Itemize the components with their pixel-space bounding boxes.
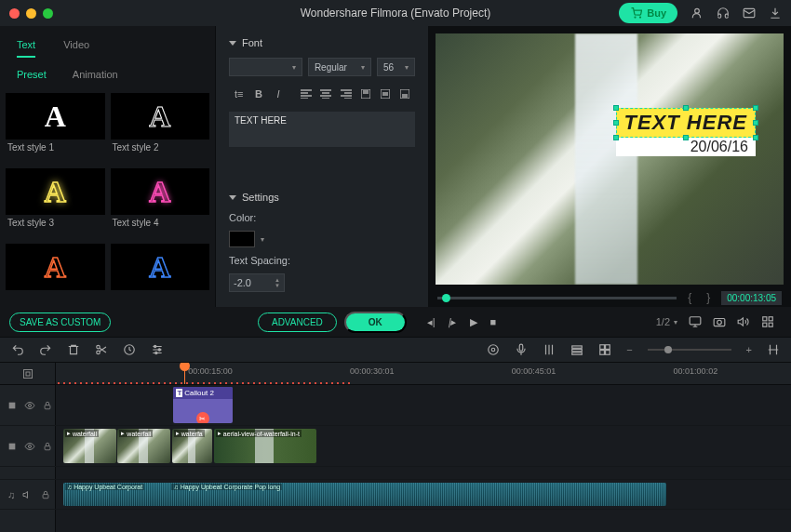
caret-down-icon xyxy=(229,195,236,200)
subtab-animation[interactable]: Animation xyxy=(73,65,118,84)
user-icon[interactable] xyxy=(690,7,704,20)
text-content-input[interactable]: TEXT HERE xyxy=(229,112,415,147)
tab-video[interactable]: Video xyxy=(63,33,89,58)
valign-bottom-button[interactable] xyxy=(396,84,415,104)
grid-icon[interactable] xyxy=(598,343,611,356)
preview-panel: TEXT HERE 20/06/16 { } 00:00:13:05 xyxy=(428,26,791,307)
zoom-in-icon[interactable]: + xyxy=(746,344,752,355)
mixer-icon[interactable] xyxy=(543,343,556,356)
redo-icon[interactable] xyxy=(39,343,52,356)
valign-top-button[interactable] xyxy=(355,84,375,104)
text-style-1[interactable]: AText style 1 xyxy=(6,93,105,163)
time-ruler[interactable]: 00:00:15:00 00:00:30:01 00:00:45:01 00:0… xyxy=(56,363,791,384)
audio-clip[interactable]: ♫Happy Upbeat Corporat ♫Happy Upbeat Cor… xyxy=(63,483,666,506)
maximize-window-icon[interactable] xyxy=(43,8,53,19)
mute-icon[interactable] xyxy=(22,488,34,501)
zoom-slider[interactable] xyxy=(648,349,731,351)
lock-icon[interactable] xyxy=(43,399,52,412)
text-style-3[interactable]: AText style 3 xyxy=(6,168,105,238)
text-style-6[interactable]: A xyxy=(111,244,210,303)
video-clip-4[interactable]: ▸aerial-view-of-waterfall-in-t xyxy=(214,429,317,463)
mark-in-icon[interactable]: { xyxy=(684,291,695,304)
buy-button[interactable]: Buy xyxy=(619,3,677,23)
close-window-icon[interactable] xyxy=(9,8,20,19)
zoom-out-icon[interactable]: − xyxy=(626,344,632,355)
minimize-window-icon[interactable] xyxy=(26,8,36,19)
undo-icon[interactable] xyxy=(11,343,24,356)
track-toggle-icon[interactable] xyxy=(7,440,17,453)
zoom-fit-icon[interactable] xyxy=(767,343,780,356)
svg-point-21 xyxy=(489,345,499,355)
svg-point-9 xyxy=(717,320,722,325)
music-icon[interactable]: ♫ xyxy=(7,488,15,501)
settings-section-header[interactable]: Settings xyxy=(229,190,415,205)
playhead[interactable] xyxy=(184,363,185,384)
font-weight-select[interactable]: Regular▾ xyxy=(308,58,371,76)
svg-rect-29 xyxy=(606,351,610,355)
headset-icon[interactable] xyxy=(717,7,730,20)
ruler-corner[interactable] xyxy=(0,363,56,384)
preview-canvas[interactable]: TEXT HERE 20/06/16 xyxy=(436,33,784,285)
snapshot-icon[interactable] xyxy=(713,315,726,328)
mail-icon[interactable] xyxy=(743,7,756,20)
svg-rect-27 xyxy=(606,345,610,350)
split-icon[interactable] xyxy=(95,343,108,356)
align-left-button[interactable] xyxy=(297,84,316,104)
italic-button[interactable]: I xyxy=(268,84,288,104)
bold-button[interactable]: B xyxy=(248,84,268,104)
lock-icon[interactable] xyxy=(43,440,52,453)
text-overlay[interactable]: TEXT HERE 20/06/16 xyxy=(616,108,756,156)
audio-track: ♫ ♫Happy Upbeat Corporat ♫Happy Upbeat C… xyxy=(0,480,791,510)
stop-button[interactable]: ■ xyxy=(490,316,497,327)
text-style-5[interactable]: A xyxy=(6,244,105,303)
add-track-icon[interactable] xyxy=(570,343,583,356)
video-clip-3[interactable]: ▸waterfa xyxy=(172,429,212,463)
cut-marker-icon[interactable]: ✂ xyxy=(196,412,209,423)
play-button[interactable]: ▶ xyxy=(470,316,477,328)
font-section-header[interactable]: Font xyxy=(229,35,415,50)
font-size-select[interactable]: 56▾ xyxy=(377,58,415,76)
app-title: Wondershare Filmora (Envato Project) xyxy=(301,7,491,20)
subtab-preset[interactable]: Preset xyxy=(17,65,47,84)
render-icon[interactable] xyxy=(487,343,500,356)
text-spacing-input[interactable]: -2.0▲▼ xyxy=(229,273,285,292)
volume-icon[interactable] xyxy=(737,315,750,328)
visibility-icon[interactable] xyxy=(24,399,35,412)
track-toggle-icon[interactable] xyxy=(7,399,17,412)
download-icon[interactable] xyxy=(769,7,782,20)
marker-icon[interactable] xyxy=(123,343,136,356)
overlay-text[interactable]: TEXT HERE xyxy=(616,108,756,138)
mark-out-icon[interactable]: } xyxy=(703,291,714,304)
adjust-icon[interactable] xyxy=(151,343,164,356)
svg-rect-24 xyxy=(572,349,583,351)
lock-icon[interactable] xyxy=(41,488,50,501)
color-swatch[interactable] xyxy=(229,231,255,247)
advanced-button[interactable]: ADVANCED xyxy=(258,313,337,332)
save-as-custom-button[interactable]: SAVE AS CUSTOM xyxy=(9,313,111,332)
svg-point-20 xyxy=(491,348,495,352)
visibility-icon[interactable] xyxy=(24,440,35,453)
scrub-slider[interactable] xyxy=(437,297,677,299)
svg-point-36 xyxy=(29,445,32,447)
display-icon[interactable] xyxy=(689,315,702,328)
tab-text[interactable]: Text xyxy=(17,33,35,58)
settings-icon[interactable] xyxy=(761,315,774,328)
prev-frame-button[interactable]: ◂| xyxy=(427,316,436,328)
video-clip-2[interactable]: ▸waterfall xyxy=(117,429,170,463)
align-center-button[interactable] xyxy=(316,84,336,104)
line-height-button[interactable]: t≡ xyxy=(229,84,248,104)
svg-rect-5 xyxy=(381,89,390,99)
font-family-select[interactable]: ▾ xyxy=(229,58,302,76)
svg-point-14 xyxy=(97,345,101,349)
preview-scale[interactable]: 1/2▾ xyxy=(656,316,677,327)
voiceover-icon[interactable] xyxy=(515,343,528,356)
valign-middle-button[interactable] xyxy=(375,84,395,104)
video-clip-1[interactable]: ▸waterfall xyxy=(63,429,116,463)
delete-icon[interactable] xyxy=(67,343,80,356)
align-right-button[interactable] xyxy=(336,84,355,104)
ok-button[interactable]: OK xyxy=(344,312,407,333)
text-style-2[interactable]: AText style 2 xyxy=(111,93,210,163)
skip-back-button[interactable]: |▸ xyxy=(448,316,458,328)
text-style-4[interactable]: AText style 4 xyxy=(111,168,210,238)
text-clip[interactable]: TCallout 2 ✂ xyxy=(173,387,232,423)
